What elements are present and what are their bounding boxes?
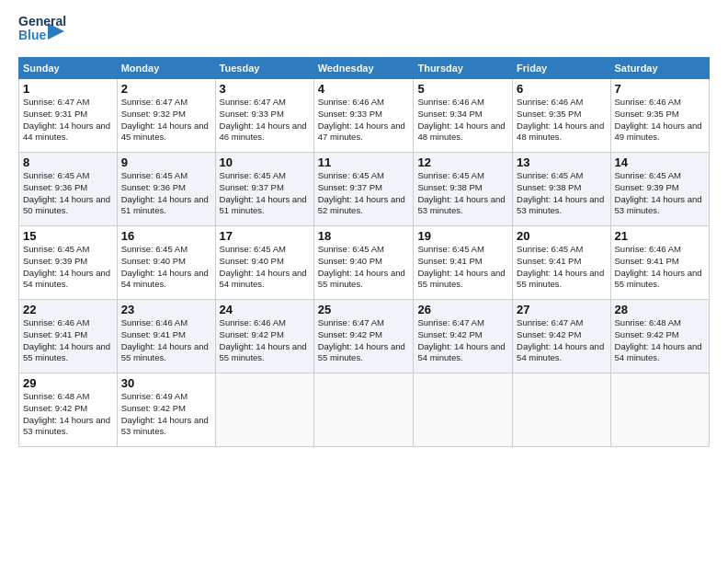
calendar-cell: 6Sunrise: 6:46 AM Sunset: 9:35 PM Daylig… <box>513 79 610 153</box>
day-number: 2 <box>121 82 211 96</box>
calendar-week-5: 29Sunrise: 6:48 AM Sunset: 9:42 PM Dayli… <box>19 373 710 447</box>
day-number: 9 <box>121 155 211 169</box>
day-number: 3 <box>220 82 310 96</box>
calendar-cell: 8Sunrise: 6:45 AM Sunset: 9:36 PM Daylig… <box>19 153 118 226</box>
calendar-cell: 20Sunrise: 6:45 AM Sunset: 9:41 PM Dayli… <box>513 226 610 300</box>
calendar-cell: 11Sunrise: 6:45 AM Sunset: 9:37 PM Dayli… <box>313 153 414 226</box>
day-number: 19 <box>417 229 508 243</box>
day-info: Sunrise: 6:45 AM Sunset: 9:39 PM Dayligh… <box>615 170 705 217</box>
calendar-cell <box>414 373 513 447</box>
day-number: 18 <box>318 229 410 243</box>
day-number: 29 <box>23 376 113 390</box>
day-number: 28 <box>615 303 705 316</box>
day-number: 23 <box>121 303 211 316</box>
day-info: Sunrise: 6:45 AM Sunset: 9:38 PM Dayligh… <box>417 170 508 217</box>
calendar-cell: 27Sunrise: 6:47 AM Sunset: 9:42 PM Dayli… <box>513 300 610 373</box>
day-number: 4 <box>318 82 410 96</box>
day-number: 24 <box>220 303 310 316</box>
day-number: 12 <box>417 155 508 169</box>
day-info: Sunrise: 6:46 AM Sunset: 9:41 PM Dayligh… <box>615 244 705 291</box>
day-info: Sunrise: 6:46 AM Sunset: 9:34 PM Dayligh… <box>417 97 508 144</box>
calendar-cell: 30Sunrise: 6:49 AM Sunset: 9:42 PM Dayli… <box>117 373 215 447</box>
day-number: 7 <box>615 82 705 96</box>
calendar-cell: 15Sunrise: 6:45 AM Sunset: 9:39 PM Dayli… <box>19 226 118 300</box>
day-number: 20 <box>517 229 606 243</box>
day-number: 17 <box>220 229 310 243</box>
day-info: Sunrise: 6:47 AM Sunset: 9:42 PM Dayligh… <box>318 317 410 364</box>
day-info: Sunrise: 6:47 AM Sunset: 9:42 PM Dayligh… <box>517 317 606 364</box>
logo-graphic: General Blue <box>18 15 46 48</box>
day-info: Sunrise: 6:45 AM Sunset: 9:37 PM Dayligh… <box>220 170 310 217</box>
day-info: Sunrise: 6:45 AM Sunset: 9:38 PM Dayligh… <box>517 170 606 217</box>
day-number: 8 <box>23 155 113 169</box>
day-info: Sunrise: 6:48 AM Sunset: 9:42 PM Dayligh… <box>23 391 113 438</box>
calendar-cell: 25Sunrise: 6:47 AM Sunset: 9:42 PM Dayli… <box>313 300 414 373</box>
calendar-header-monday: Monday <box>117 58 215 79</box>
calendar-header-row: SundayMondayTuesdayWednesdayThursdayFrid… <box>19 58 710 79</box>
day-info: Sunrise: 6:47 AM Sunset: 9:31 PM Dayligh… <box>23 97 113 144</box>
calendar-cell: 26Sunrise: 6:47 AM Sunset: 9:42 PM Dayli… <box>414 300 513 373</box>
calendar-cell <box>215 373 313 447</box>
day-info: Sunrise: 6:47 AM Sunset: 9:32 PM Dayligh… <box>121 97 211 144</box>
page: General Blue SundayMondayTuesdayWednesda… <box>0 0 728 563</box>
calendar-cell: 9Sunrise: 6:45 AM Sunset: 9:36 PM Daylig… <box>117 153 215 226</box>
day-info: Sunrise: 6:46 AM Sunset: 9:35 PM Dayligh… <box>615 97 705 144</box>
calendar-cell <box>610 373 709 447</box>
day-number: 15 <box>23 229 113 243</box>
day-number: 25 <box>318 303 410 316</box>
day-number: 30 <box>121 376 211 390</box>
calendar-cell: 13Sunrise: 6:45 AM Sunset: 9:38 PM Dayli… <box>513 153 610 226</box>
calendar-cell: 7Sunrise: 6:46 AM Sunset: 9:35 PM Daylig… <box>610 79 709 153</box>
day-number: 10 <box>220 155 310 169</box>
calendar-cell: 2Sunrise: 6:47 AM Sunset: 9:32 PM Daylig… <box>117 79 215 153</box>
day-info: Sunrise: 6:46 AM Sunset: 9:33 PM Dayligh… <box>318 97 410 144</box>
calendar-header-friday: Friday <box>513 58 610 79</box>
day-number: 27 <box>517 303 606 316</box>
day-number: 21 <box>615 229 705 243</box>
day-number: 11 <box>318 155 410 169</box>
day-number: 6 <box>517 82 606 96</box>
day-info: Sunrise: 6:45 AM Sunset: 9:41 PM Dayligh… <box>517 244 606 291</box>
day-number: 13 <box>517 155 606 169</box>
day-info: Sunrise: 6:46 AM Sunset: 9:41 PM Dayligh… <box>23 317 113 364</box>
day-info: Sunrise: 6:46 AM Sunset: 9:35 PM Dayligh… <box>517 97 606 144</box>
calendar-table: SundayMondayTuesdayWednesdayThursdayFrid… <box>18 57 710 447</box>
day-info: Sunrise: 6:47 AM Sunset: 9:42 PM Dayligh… <box>417 317 508 364</box>
calendar-cell <box>513 373 610 447</box>
calendar-header-sunday: Sunday <box>19 58 118 79</box>
header: General Blue <box>18 15 710 48</box>
calendar-cell: 14Sunrise: 6:45 AM Sunset: 9:39 PM Dayli… <box>610 153 709 226</box>
calendar-header-wednesday: Wednesday <box>313 58 414 79</box>
calendar-week-4: 22Sunrise: 6:46 AM Sunset: 9:41 PM Dayli… <box>19 300 710 373</box>
calendar-cell: 16Sunrise: 6:45 AM Sunset: 9:40 PM Dayli… <box>117 226 215 300</box>
calendar-week-1: 1Sunrise: 6:47 AM Sunset: 9:31 PM Daylig… <box>19 79 710 153</box>
day-number: 5 <box>417 82 508 96</box>
day-info: Sunrise: 6:46 AM Sunset: 9:41 PM Dayligh… <box>121 317 211 364</box>
calendar-cell: 24Sunrise: 6:46 AM Sunset: 9:42 PM Dayli… <box>215 300 313 373</box>
day-info: Sunrise: 6:45 AM Sunset: 9:40 PM Dayligh… <box>220 244 310 291</box>
calendar-cell: 28Sunrise: 6:48 AM Sunset: 9:42 PM Dayli… <box>610 300 709 373</box>
calendar-cell: 4Sunrise: 6:46 AM Sunset: 9:33 PM Daylig… <box>313 79 414 153</box>
day-info: Sunrise: 6:45 AM Sunset: 9:36 PM Dayligh… <box>23 170 113 217</box>
calendar-cell: 18Sunrise: 6:45 AM Sunset: 9:40 PM Dayli… <box>313 226 414 300</box>
day-info: Sunrise: 6:45 AM Sunset: 9:40 PM Dayligh… <box>318 244 410 291</box>
calendar-cell: 17Sunrise: 6:45 AM Sunset: 9:40 PM Dayli… <box>215 226 313 300</box>
day-info: Sunrise: 6:45 AM Sunset: 9:37 PM Dayligh… <box>318 170 410 217</box>
day-info: Sunrise: 6:45 AM Sunset: 9:39 PM Dayligh… <box>23 244 113 291</box>
calendar-header-thursday: Thursday <box>414 58 513 79</box>
day-number: 22 <box>23 303 113 316</box>
day-info: Sunrise: 6:47 AM Sunset: 9:33 PM Dayligh… <box>220 97 310 144</box>
day-info: Sunrise: 6:45 AM Sunset: 9:41 PM Dayligh… <box>417 244 508 291</box>
calendar-cell: 22Sunrise: 6:46 AM Sunset: 9:41 PM Dayli… <box>19 300 118 373</box>
day-number: 1 <box>23 82 113 96</box>
calendar-cell: 1Sunrise: 6:47 AM Sunset: 9:31 PM Daylig… <box>19 79 118 153</box>
calendar-cell: 12Sunrise: 6:45 AM Sunset: 9:38 PM Dayli… <box>414 153 513 226</box>
calendar-cell: 23Sunrise: 6:46 AM Sunset: 9:41 PM Dayli… <box>117 300 215 373</box>
calendar-week-3: 15Sunrise: 6:45 AM Sunset: 9:39 PM Dayli… <box>19 226 710 300</box>
day-info: Sunrise: 6:49 AM Sunset: 9:42 PM Dayligh… <box>121 391 211 438</box>
day-info: Sunrise: 6:48 AM Sunset: 9:42 PM Dayligh… <box>615 317 705 364</box>
calendar-header-saturday: Saturday <box>610 58 709 79</box>
calendar-cell: 3Sunrise: 6:47 AM Sunset: 9:33 PM Daylig… <box>215 79 313 153</box>
calendar-cell: 19Sunrise: 6:45 AM Sunset: 9:41 PM Dayli… <box>414 226 513 300</box>
calendar-cell: 29Sunrise: 6:48 AM Sunset: 9:42 PM Dayli… <box>19 373 118 447</box>
